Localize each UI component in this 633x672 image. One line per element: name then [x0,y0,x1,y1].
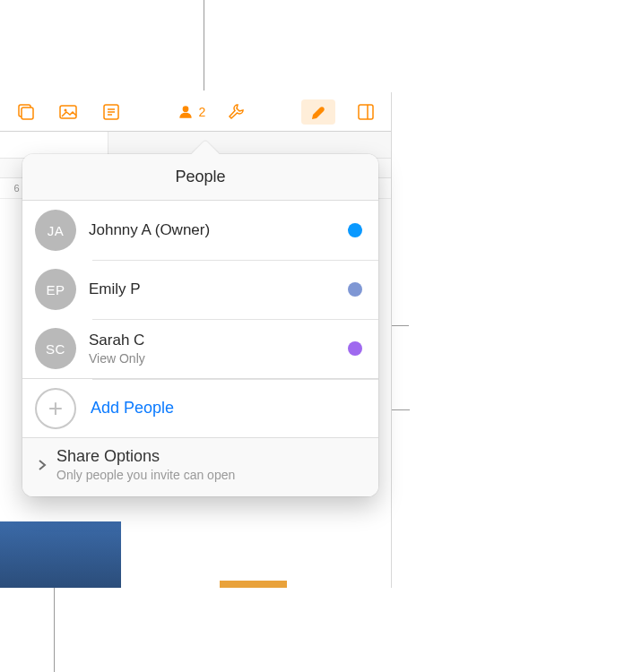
participant-permission: View Only [89,351,335,366]
image-cell-preview [0,521,121,588]
chevron-right-icon [35,458,49,472]
sidebar-panel-button[interactable] [353,99,378,125]
callout-line-bottom [54,586,55,672]
participant-row[interactable]: JA Johnny A (Owner) [22,201,378,260]
participant-name: Sarah C [89,332,335,349]
cell-highlight [220,581,287,588]
callout-line-top [204,0,204,90]
avatar: EP [35,269,76,310]
share-options-subtitle: Only people you invite can open [56,468,235,482]
presence-dot [348,341,362,356]
toolbar: 2 [0,92,391,132]
add-people-button[interactable]: + Add People [22,378,378,437]
participant-name: Emily P [89,280,335,298]
add-people-label: Add People [91,399,174,418]
share-options-button[interactable]: Share Options Only people you invite can… [22,437,378,496]
tools-button[interactable] [223,99,248,125]
collaboration-button[interactable]: 2 [177,99,206,125]
insert-comment-button[interactable] [99,99,124,125]
popover-title: People [22,154,378,201]
participant-row[interactable]: SC Sarah C View Only [22,319,378,378]
participant-name: Johnny A (Owner) [89,221,335,239]
format-brush-button[interactable] [301,99,335,125]
svg-rect-1 [22,108,33,119]
svg-rect-9 [359,105,373,119]
participant-row[interactable]: EP Emily P [22,260,378,319]
avatar: JA [35,210,76,251]
plus-icon: + [35,388,76,429]
people-popover: People JA Johnny A (Owner) EP Emily P [22,154,378,496]
app-window: 2 6 [0,92,392,588]
svg-point-3 [65,108,67,111]
svg-point-8 [182,106,188,112]
participant-list: JA Johnny A (Owner) EP Emily P [22,201,378,378]
share-options-title: Share Options [56,447,235,466]
insert-media-button[interactable] [56,99,81,125]
avatar: SC [35,328,76,369]
collaboration-count: 2 [199,105,206,119]
presence-dot [348,282,362,297]
presence-dot [348,223,362,237]
insert-shape-button[interactable] [13,99,38,125]
